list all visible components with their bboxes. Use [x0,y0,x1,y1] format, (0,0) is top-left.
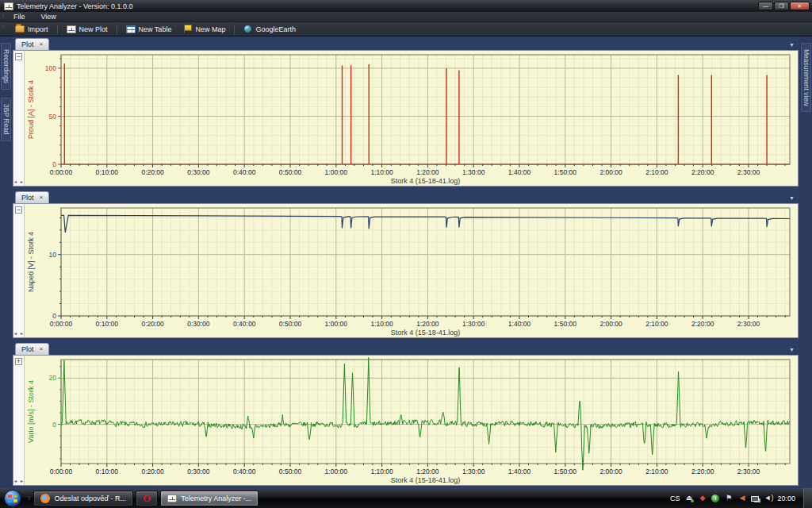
scroll-left-icon[interactable]: ◄ [13,479,17,483]
google-earth-label: GoogleEarth [255,25,296,33]
tab-close-icon[interactable]: × [40,41,44,48]
scroll-right-icon[interactable]: ► [20,479,24,483]
toolbar-separator [57,25,58,34]
action-center-flag-icon[interactable]: ⚑ [724,494,733,502]
scroll-left-icon[interactable]: ◄ [13,179,17,184]
tab-plot-label: Plot [21,194,34,202]
tab-plot[interactable]: Plot × [15,191,49,203]
tab-plot[interactable]: Plot × [15,38,49,50]
google-earth-button[interactable]: GoogleEarth [239,24,300,34]
new-table-button[interactable]: New Table [122,25,176,34]
svg-text:1:10:00: 1:10:00 [370,468,393,475]
minimize-button[interactable]: — [758,2,773,10]
restore-button[interactable]: ❐ [774,2,789,10]
scroll-right-icon[interactable]: ► [20,179,24,184]
menu-bar: ⁞ File View [0,12,812,22]
svg-text:100: 100 [45,64,56,72]
title-bar: Telemetry Analyzer - Version: 0.1.0.0 — … [0,0,812,12]
tab-close-icon[interactable]: × [40,346,44,352]
svg-text:0:30:00: 0:30:00 [187,320,210,328]
scroll-right-icon[interactable]: ► [20,331,24,336]
plot-panel-current: Plot × ▼ − ◄ ► 0:00:000:10:000:20:000:30… [13,37,799,187]
svg-text:1:40:00: 1:40:00 [508,168,531,176]
app-icon [4,2,13,10]
system-tray: CS ⏏ ◆ i ⚑ ◀ ◄) 20:00 [670,494,798,502]
new-plot-label: New Plot [79,25,108,33]
usb-safely-remove-icon[interactable]: ⏏ [684,494,693,502]
plot-stack: Plot × ▼ − ◄ ► 0:00:000:10:000:20:000:30… [12,37,799,488]
google-earth-icon [243,25,252,33]
language-indicator[interactable]: CS [670,495,680,502]
svg-text:1:00:00: 1:00:00 [325,468,348,475]
security-alert-icon[interactable]: ◆ [698,494,707,502]
info-icon[interactable]: i [711,495,719,502]
menu-view[interactable]: View [39,12,59,21]
svg-text:Vario [m/s] - Stork 4: Vario [m/s] - Stork 4 [27,380,35,443]
tab-close-icon[interactable]: × [40,194,44,201]
import-button[interactable]: Import [11,25,52,34]
taskbar-button-opera[interactable]: O [136,491,158,506]
new-plot-icon [67,25,76,33]
legend-strip: − ◄ ► [13,204,25,337]
svg-text:2:00:00: 2:00:00 [599,468,622,475]
right-dock-bar: Measurement view [799,37,812,488]
legend-scroll-arrows[interactable]: ◄ ► [13,179,24,184]
tab-list-caret-icon[interactable]: ▼ [789,195,795,201]
svg-text:1:30:00: 1:30:00 [462,468,485,475]
legend-expander-icon[interactable]: − [15,53,22,60]
svg-text:1:00:00: 1:00:00 [325,320,348,328]
svg-text:0:50:00: 0:50:00 [279,168,302,176]
tab-plot-label: Plot [21,40,34,48]
svg-text:0:20:00: 0:20:00 [141,168,164,176]
svg-text:0:10:00: 0:10:00 [96,320,119,328]
tab-list-caret-icon[interactable]: ▼ [789,42,795,48]
clock[interactable]: 20:00 [777,495,795,502]
new-map-label: New Map [195,25,225,33]
svg-text:0:40:00: 0:40:00 [233,468,256,475]
svg-text:0:30:00: 0:30:00 [187,468,210,475]
svg-text:1:20:00: 1:20:00 [416,320,439,328]
show-desktop-button[interactable] [803,488,812,508]
svg-text:1:40:00: 1:40:00 [508,320,531,328]
legend-expander-icon[interactable]: + [15,358,22,365]
tab-plot-label: Plot [21,345,34,353]
network-icon[interactable] [751,496,759,502]
start-button[interactable] [4,490,21,507]
import-label: Import [28,25,48,33]
scroll-left-icon[interactable]: ◄ [13,331,17,336]
svg-text:0: 0 [52,160,56,168]
svg-text:1:50:00: 1:50:00 [554,168,577,176]
new-map-button[interactable]: New Map [178,24,229,34]
svg-text:2:00:00: 2:00:00 [599,168,622,176]
taskbar-button-browser[interactable]: Odeslat odpověď - R... [33,491,133,506]
toolbar-grip-icon: ⁞ [2,23,3,30]
new-plot-button[interactable]: New Plot [63,25,112,34]
legend-scroll-arrows[interactable]: ◄ ► [13,331,24,336]
svg-text:Stork 4 (15-18-41.log): Stork 4 (15-18-41.log) [391,177,461,185]
menu-file[interactable]: File [11,12,28,21]
tab-list-caret-icon[interactable]: ▼ [789,347,795,352]
svg-text:1:30:00: 1:30:00 [462,168,485,176]
speaker-icon[interactable]: ◄) [764,494,772,502]
legend-scroll-arrows[interactable]: ◄ ► [13,479,24,483]
plot-panel-vario: Plot × ▼ + ◄ ► 0:00:000:10:000:20:000:30… [13,342,799,486]
svg-text:0:00:00: 0:00:00 [50,468,73,475]
svg-text:0:20:00: 0:20:00 [141,320,164,328]
svg-text:2:10:00: 2:10:00 [645,168,668,176]
sidebar-tab-3bp-read[interactable]: 3BP Read [1,98,11,141]
opera-icon: O [143,494,151,503]
svg-text:1:20:00: 1:20:00 [416,168,439,176]
svg-text:2:10:00: 2:10:00 [645,468,668,475]
current-chart[interactable]: 0:00:000:10:000:20:000:30:000:40:000:50:… [25,51,798,186]
voltage-chart[interactable]: 0:00:000:10:000:20:000:30:000:40:000:50:… [25,204,798,337]
close-button[interactable]: ✕ [790,2,810,10]
svg-text:0:00:00: 0:00:00 [50,320,73,328]
volume-mixer-icon[interactable]: ◀ [737,494,746,502]
svg-text:Napeti [V] - Stork 4: Napeti [V] - Stork 4 [27,232,35,292]
legend-expander-icon[interactable]: − [15,206,22,214]
tab-plot[interactable]: Plot × [15,343,49,355]
sidebar-tab-recordings[interactable]: Recordings [1,43,11,90]
taskbar-button-telemetry-analyzer[interactable]: Telemetry Analyzer -... [160,491,259,506]
vario-chart[interactable]: 0:00:000:10:000:20:000:30:000:40:000:50:… [25,356,798,485]
sidebar-tab-measurement-view[interactable]: Measurement view [801,43,811,112]
